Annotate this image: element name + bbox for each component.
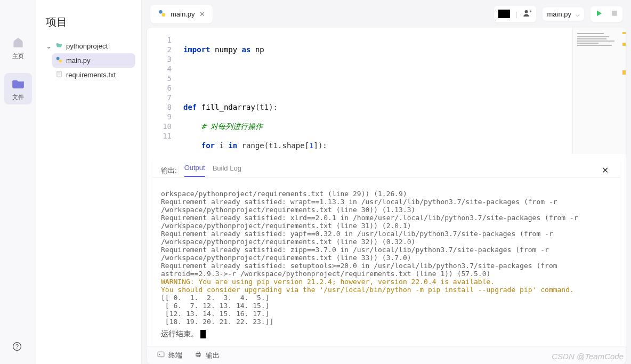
rail-home[interactable]: 主页 — [4, 32, 32, 63]
close-icon[interactable]: ✕ — [199, 10, 205, 18]
svg-point-3 — [59, 59, 62, 62]
text-file-icon — [55, 70, 63, 79]
home-icon — [11, 35, 26, 50]
sidebar-title: 项目 — [43, 15, 135, 29]
output-body[interactable]: orkspace/pythonproject/requirements.txt … — [152, 177, 620, 346]
left-rail: 主页 文件 ? — [0, 0, 36, 364]
folder-icon — [11, 76, 26, 91]
user-box[interactable]: | + — [494, 6, 536, 22]
bottom-terminal[interactable]: 终端 — [157, 351, 182, 360]
svg-rect-14 — [197, 352, 200, 353]
svg-point-9 — [525, 10, 528, 13]
chevron-down-icon: ⌵ — [576, 10, 580, 18]
bottom-output[interactable]: 输出 — [194, 351, 220, 360]
editor-wrap: 1234567891011 import numpy as np def fil… — [147, 28, 626, 364]
output-panel: 输出: Output Build Log ✕ orkspace/pythonpr… — [152, 158, 620, 346]
tree-file-req[interactable]: requirements.txt — [52, 68, 135, 82]
terminal-icon — [157, 351, 165, 360]
output-tabs: 输出: Output Build Log ✕ — [152, 158, 620, 177]
help-button[interactable]: ? — [12, 341, 22, 353]
svg-point-8 — [161, 13, 165, 17]
add-user-icon[interactable]: + — [522, 9, 532, 20]
avatar — [498, 10, 510, 18]
svg-text:?: ? — [15, 343, 19, 350]
stop-button[interactable] — [611, 10, 618, 19]
svg-point-7 — [159, 10, 163, 14]
python-file-icon — [55, 56, 63, 65]
printer-icon — [194, 351, 203, 360]
svg-rect-13 — [196, 353, 200, 356]
bottom-bar: 终端 输出 — [147, 346, 626, 364]
rail-files[interactable]: 文件 — [4, 73, 32, 104]
svg-point-2 — [56, 57, 60, 60]
rail-files-label: 文件 — [12, 93, 24, 101]
minimap[interactable] — [572, 28, 626, 154]
tree-file-label: requirements.txt — [66, 71, 116, 79]
output-label: 输出: — [161, 166, 177, 175]
chevron-down-icon: ⌄ — [46, 42, 52, 50]
tree-root-label: pythonproject — [66, 42, 108, 50]
topbar: main.py ✕ | + main.py ⌵ — [142, 0, 631, 28]
close-icon[interactable]: ✕ — [602, 165, 612, 175]
tab-label: main.py — [171, 10, 195, 18]
cursor — [200, 330, 206, 338]
sidebar: 项目 ⌄ pythonproject main.py requirements.… — [36, 0, 142, 364]
python-file-icon — [158, 9, 166, 19]
tree-file-label: main.py — [66, 56, 91, 64]
main: main.py ✕ | + main.py ⌵ — [142, 0, 631, 364]
folder-open-icon — [55, 42, 63, 51]
svg-rect-11 — [612, 11, 617, 15]
tab-output[interactable]: Output — [184, 164, 205, 177]
svg-text:+: + — [530, 9, 532, 13]
run-config-label: main.py — [547, 10, 571, 18]
code-editor[interactable]: 1234567891011 import numpy as np def fil… — [147, 28, 626, 154]
tree-file-main[interactable]: main.py — [52, 53, 135, 68]
tab-buildlog[interactable]: Build Log — [213, 164, 241, 176]
svg-rect-12 — [158, 352, 164, 357]
run-button[interactable] — [595, 9, 603, 19]
tree-root[interactable]: ⌄ pythonproject — [43, 39, 135, 53]
code-area[interactable]: import numpy as np def fill_ndarray(t1):… — [177, 28, 572, 154]
rail-home-label: 主页 — [12, 52, 24, 60]
gutter: 1234567891011 — [147, 28, 177, 154]
run-config-select[interactable]: main.py ⌵ — [543, 7, 584, 21]
editor-tab[interactable]: main.py ✕ — [150, 5, 213, 23]
